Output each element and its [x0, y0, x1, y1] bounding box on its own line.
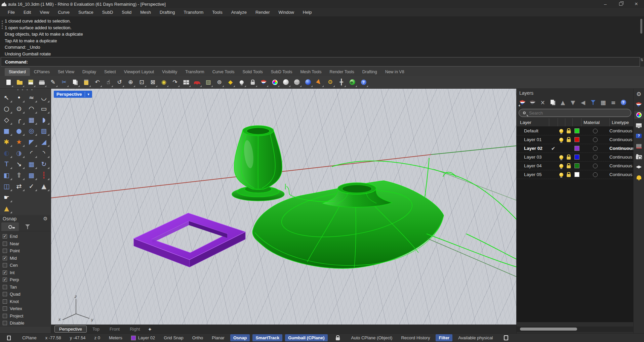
lock-status-icon-wrap[interactable] — [329, 333, 347, 342]
pan-hand-icon[interactable]: ☝ — [104, 78, 113, 87]
osnap-checkbox-quad[interactable] — [3, 292, 7, 296]
viewport-tab-right[interactable]: Right — [125, 326, 144, 332]
duplicate-layer-icon[interactable] — [548, 98, 557, 107]
array-linear-icon[interactable]: ┇ — [38, 170, 50, 181]
cone-tool-icon[interactable]: ▲ — [1, 203, 13, 214]
layers-help-icon[interactable] — [619, 98, 628, 107]
move-left-icon[interactable]: ◀ — [578, 98, 588, 107]
surface-patch-icon[interactable]: ▨ — [38, 125, 50, 136]
layer-lock-cell[interactable] — [565, 127, 572, 136]
command-prompt[interactable]: Command: — [1, 57, 640, 67]
revolve-tool-icon[interactable]: ◎ — [26, 125, 38, 136]
viewport-tab-top[interactable]: Top — [88, 326, 104, 332]
toolbar-tab-cplanes[interactable]: CPlanes — [30, 68, 54, 76]
menu-analyze[interactable]: Analyze — [227, 9, 251, 16]
options-gears-icon[interactable]: ⚙ — [326, 78, 335, 87]
menu-window[interactable]: Window — [274, 9, 298, 16]
new-layer-icon[interactable] — [518, 98, 527, 107]
unlock-icon[interactable] — [565, 135, 572, 144]
columns-grid-icon[interactable]: ▦ — [599, 98, 608, 107]
trim-tool-icon[interactable]: ◤ — [26, 136, 38, 147]
layer-name[interactable]: Layer 01 — [517, 137, 549, 142]
layer-name[interactable]: Default — [517, 128, 549, 133]
toolbar-tab-curve-tools[interactable]: Curve Tools — [208, 68, 239, 76]
paste-icon[interactable] — [82, 78, 91, 87]
copy-icon[interactable] — [71, 78, 80, 87]
point-tool-icon[interactable]: • — [13, 92, 25, 103]
toolbar-tab-select[interactable]: Select — [100, 68, 120, 76]
unlock-icon[interactable] — [565, 153, 572, 162]
explode-tool-icon[interactable]: ✱ — [1, 136, 13, 147]
display-tab-icon[interactable] — [634, 121, 644, 129]
status-meters[interactable]: Meters — [105, 335, 127, 340]
surface-from-points-icon[interactable]: ▦ — [26, 114, 38, 125]
layer-name[interactable]: Layer 05 — [517, 172, 549, 177]
zoom-extents-icon[interactable]: ⊠ — [148, 78, 157, 87]
status-layer-indicator[interactable]: Layer 02 — [127, 335, 160, 340]
unlock-icon[interactable] — [565, 170, 572, 179]
text-tool-icon[interactable]: T — [1, 159, 13, 170]
learn-tab-icon[interactable] — [634, 163, 644, 171]
circle-tool-icon[interactable]: ○ — [1, 103, 13, 114]
layer-color-swatch[interactable] — [574, 172, 579, 177]
layer-material-icon[interactable] — [593, 155, 598, 160]
osnap-checkbox-disable[interactable] — [3, 321, 7, 325]
layer-visibility-cell[interactable] — [558, 135, 565, 144]
toolbar-grip[interactable]: ● ● ● ● — [0, 89, 51, 91]
bulb-icon[interactable] — [558, 127, 565, 136]
status-chip-smarttrack[interactable]: SmartTrack — [252, 334, 282, 341]
print-icon[interactable] — [37, 78, 46, 87]
menu-file[interactable]: File — [3, 9, 19, 16]
document-status-icon-wrap[interactable] — [0, 333, 18, 342]
frame-object[interactable] — [134, 213, 245, 267]
layer-material-icon[interactable] — [593, 146, 598, 151]
layer-visibility-cell[interactable] — [558, 170, 565, 179]
menu-edit[interactable]: Edit — [19, 9, 35, 16]
toolbar-tab-standard[interactable]: Standard — [5, 68, 30, 76]
bulb-icon[interactable] — [558, 153, 565, 162]
osnap-checkbox-perp[interactable]: ✓ — [3, 277, 7, 282]
toolbar-tab-mesh-tools[interactable]: Mesh Tools — [296, 68, 325, 76]
toolbar-tab-render-tools[interactable]: Render Tools — [325, 68, 358, 76]
select-tool-icon[interactable]: ↖ — [1, 92, 13, 103]
menu-tools[interactable]: Tools — [208, 9, 227, 16]
layer-color-swatch[interactable] — [574, 128, 579, 133]
status-planar[interactable]: Planar — [207, 335, 229, 340]
cplane-circle-icon[interactable]: ⊚ — [215, 78, 224, 87]
new-sublayer-icon[interactable] — [528, 98, 537, 107]
layers-tab-icon[interactable] — [634, 111, 644, 119]
panel-settings-gear-icon[interactable]: ⚙ — [634, 90, 644, 98]
rotate-tool-icon[interactable]: ↻ — [38, 159, 50, 170]
toolbar-tab-viewport-layout[interactable]: Viewport Layout — [120, 68, 158, 76]
layer-visibility-cell[interactable] — [558, 153, 565, 162]
layer-lock-cell[interactable] — [565, 153, 572, 162]
check-tool-icon[interactable]: ✓ — [26, 181, 38, 192]
materials-tab-icon[interactable] — [634, 142, 644, 150]
viewport-title-badge[interactable]: Perspective ▼ — [54, 91, 92, 98]
osnap-checkbox-project[interactable] — [3, 314, 7, 318]
shaded-display-icon[interactable] — [281, 78, 290, 87]
status-grid-snap[interactable]: Grid Snap — [159, 335, 188, 340]
osnap-checkbox-near[interactable] — [3, 242, 7, 246]
toolbar-tab-display[interactable]: Display — [78, 68, 100, 76]
redo-view-icon[interactable]: ↷ — [170, 78, 179, 87]
osnap-checkbox-end[interactable]: ✓ — [3, 234, 7, 239]
layer-color-swatch[interactable] — [574, 137, 579, 142]
menu-help[interactable]: Help — [298, 9, 316, 16]
free-form-curve-icon[interactable]: ◡ — [38, 92, 50, 103]
osnap-settings-gear-icon[interactable]: ⚙ — [42, 216, 48, 222]
panel-toggle-icon[interactable] — [501, 333, 511, 342]
extrude-tool-icon[interactable]: ⇧ — [13, 170, 25, 181]
help-icon[interactable] — [359, 78, 368, 87]
history-resize-icon[interactable]: ⇅ — [640, 58, 643, 62]
layer-row-default[interactable]: DefaultContinuous — [517, 127, 633, 135]
search-input[interactable] — [529, 111, 628, 116]
boolean-difference-icon[interactable]: ◑ — [13, 147, 25, 159]
layer-row-layer-05[interactable]: Layer 05Continuous — [517, 170, 633, 179]
sphere-tool-icon[interactable]: ● — [13, 125, 25, 136]
layer-row-layer-02[interactable]: Layer 02✔Continuous — [517, 144, 633, 153]
viewport-layout-icon[interactable] — [182, 78, 191, 87]
osnap-checkbox-mid[interactable]: ✓ — [3, 256, 7, 260]
layer-name[interactable]: Layer 02 — [517, 146, 549, 151]
lock-status-icon[interactable] — [333, 333, 343, 342]
